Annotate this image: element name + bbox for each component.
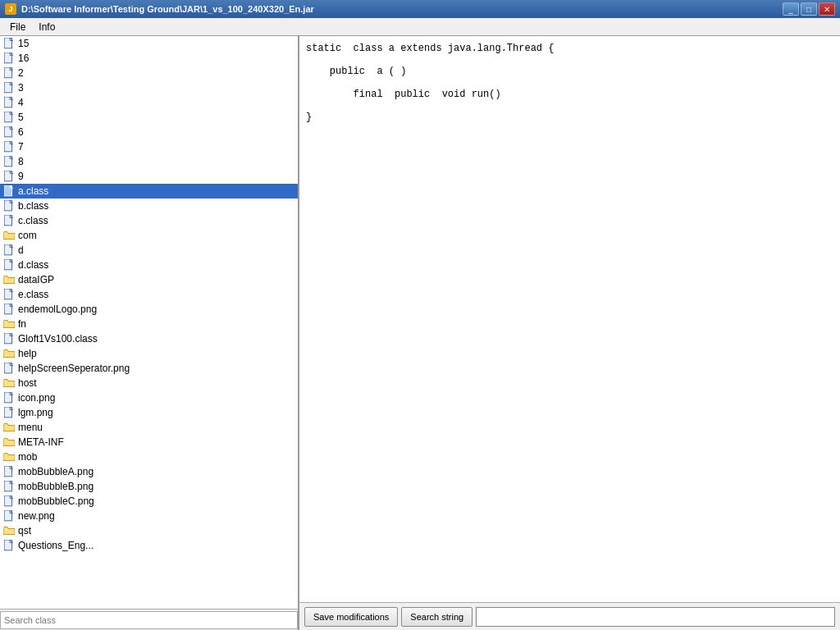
list-item[interactable]: lgm.png	[0, 405, 298, 420]
menu-bar: File Info	[0, 18, 840, 36]
file-icon	[3, 333, 15, 345]
file-item-label: 3	[18, 82, 24, 94]
list-item[interactable]: fn	[0, 317, 298, 331]
svg-rect-17	[4, 333, 11, 344]
svg-rect-6	[4, 126, 11, 137]
list-item[interactable]: c.class	[0, 213, 298, 228]
file-item-label: mobBubbleA.png	[18, 466, 94, 477]
folder-icon	[3, 230, 15, 241]
list-item[interactable]: d.class	[0, 258, 298, 272]
maximize-button[interactable]: □	[801, 2, 817, 16]
svg-rect-15	[4, 289, 11, 299]
file-item-label: e.class	[18, 289, 48, 300]
file-list[interactable]: 15 16 2 3 4 5 6 7 8 9 a.class	[0, 36, 298, 609]
file-item-label: 4	[18, 97, 24, 108]
file-item-label: 7	[18, 141, 24, 153]
file-icon	[3, 481, 15, 492]
folder-icon	[3, 274, 15, 285]
folder-icon	[3, 436, 15, 448]
svg-rect-25	[4, 540, 11, 550]
list-item[interactable]: dataIGP	[0, 272, 298, 287]
list-item[interactable]: host	[0, 376, 298, 390]
file-item-label: help	[18, 348, 37, 359]
title-bar-text: J D:\Software Informer\Testing Ground\JA…	[5, 3, 314, 15]
file-icon	[3, 540, 15, 551]
menu-file[interactable]: File	[3, 20, 32, 34]
file-item-label: com	[18, 230, 37, 241]
file-item-label: 9	[18, 171, 24, 182]
list-item[interactable]: Gloft1Vs100.class	[0, 331, 298, 346]
folder-icon	[3, 348, 15, 359]
svg-rect-3	[4, 82, 11, 93]
file-item-label: mob	[18, 451, 37, 463]
file-icon	[3, 97, 15, 108]
file-icon	[3, 407, 15, 418]
file-item-label: menu	[18, 422, 43, 433]
svg-rect-19	[4, 392, 11, 403]
minimize-button[interactable]: _	[783, 2, 799, 16]
file-item-label: mobBubbleB.png	[18, 481, 94, 492]
bottom-toolbar: Save modifications Search string	[299, 602, 840, 630]
svg-rect-10	[4, 185, 11, 196]
save-modifications-button[interactable]: Save modifications	[304, 607, 398, 627]
app-icon: J	[5, 3, 16, 15]
file-item-label: endemolLogo.png	[18, 304, 97, 315]
search-string-button[interactable]: Search string	[401, 607, 472, 627]
svg-rect-9	[4, 171, 11, 181]
list-item[interactable]: 3	[0, 80, 298, 95]
list-item[interactable]: mob	[0, 450, 298, 464]
list-item[interactable]: menu	[0, 420, 298, 435]
search-class-input[interactable]	[0, 611, 298, 629]
file-icon	[3, 185, 15, 197]
list-item[interactable]: a.class	[0, 184, 298, 199]
file-icon	[3, 259, 15, 271]
file-item-label: 2	[18, 67, 24, 79]
list-item[interactable]: mobBubbleC.png	[0, 494, 298, 509]
menu-info[interactable]: Info	[32, 20, 62, 34]
list-item[interactable]: helpScreenSeperator.png	[0, 361, 298, 376]
svg-rect-24	[4, 510, 11, 521]
list-item[interactable]: Questions_Eng...	[0, 538, 298, 553]
svg-rect-14	[4, 259, 11, 270]
list-item[interactable]: e.class	[0, 287, 298, 302]
list-item[interactable]: mobBubbleA.png	[0, 464, 298, 479]
close-button[interactable]: ✕	[819, 2, 835, 16]
list-item[interactable]: 8	[0, 154, 298, 169]
file-icon	[3, 52, 15, 64]
list-item[interactable]: d	[0, 243, 298, 258]
svg-rect-8	[4, 156, 11, 167]
svg-rect-20	[4, 407, 11, 418]
list-item[interactable]: com	[0, 228, 298, 243]
list-item[interactable]: META-INF	[0, 435, 298, 450]
window-controls: _ □ ✕	[783, 2, 835, 16]
svg-rect-5	[4, 112, 11, 122]
file-icon	[3, 67, 15, 79]
code-editor[interactable]: static class a extends java.lang.Thread …	[299, 36, 840, 602]
list-item[interactable]: mobBubbleB.png	[0, 479, 298, 494]
file-item-label: icon.png	[18, 392, 55, 404]
file-icon	[3, 112, 15, 123]
list-item[interactable]: help	[0, 346, 298, 361]
list-item[interactable]: 15	[0, 36, 298, 51]
list-item[interactable]: 5	[0, 110, 298, 125]
svg-rect-2	[4, 67, 11, 78]
file-item-label: a.class	[18, 185, 48, 197]
list-item[interactable]: qst	[0, 523, 298, 538]
list-item[interactable]: new.png	[0, 509, 298, 523]
svg-rect-12	[4, 215, 11, 226]
folder-icon	[3, 318, 15, 330]
file-icon	[3, 466, 15, 477]
list-item[interactable]: icon.png	[0, 390, 298, 405]
svg-rect-4	[4, 97, 11, 107]
list-item[interactable]: 4	[0, 95, 298, 110]
file-icon	[3, 82, 15, 94]
list-item[interactable]: 9	[0, 169, 298, 184]
list-item[interactable]: 6	[0, 125, 298, 139]
search-string-input[interactable]	[476, 607, 835, 627]
list-item[interactable]: endemolLogo.png	[0, 302, 298, 317]
list-item[interactable]: 16	[0, 51, 298, 66]
list-item[interactable]: 2	[0, 66, 298, 80]
list-item[interactable]: b.class	[0, 199, 298, 213]
file-item-label: dataIGP	[18, 274, 54, 285]
list-item[interactable]: 7	[0, 139, 298, 154]
